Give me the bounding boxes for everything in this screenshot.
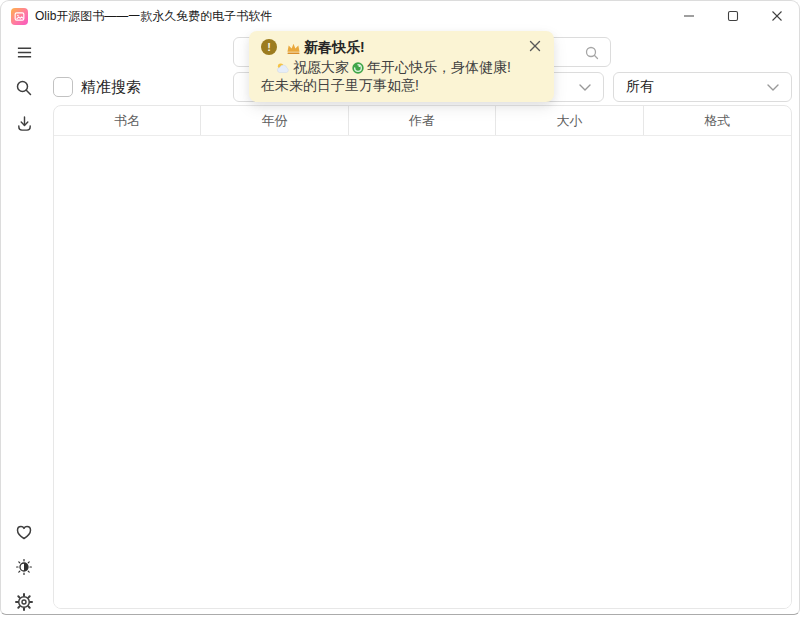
toast-line1-text2: 年开心快乐，身体健康! [367,58,511,76]
toast-message: 祝愿大家 年开心快乐，身体健康! 在未来的日子里万事如意! [261,58,542,94]
app-icon [11,8,28,25]
column-header-title: 书名 [54,106,201,135]
format-select[interactable]: 所有 [613,72,792,102]
app-logo-glyph [13,10,26,23]
new-year-toast: ! 新春快乐! 祝愿 [249,31,554,102]
format-select-value: 所有 [626,78,654,96]
chevron-down-icon [579,84,591,91]
sidebar-theme-toggle-button[interactable] [13,556,35,578]
minimize-icon [683,10,695,22]
titlebar: Olib开源图书——一款永久免费的电子书软件 [1,1,799,31]
precise-search-label: 精准搜索 [81,77,141,97]
toast-title: 新春快乐! [304,38,365,56]
maximize-button[interactable] [711,1,755,31]
dragon-emoji-icon [351,61,365,75]
column-header-year: 年份 [201,106,348,135]
column-header-format: 格式 [644,106,791,135]
window-title: Olib开源图书——一款永久免费的电子书软件 [35,8,272,25]
table-header-row: 书名 年份 作者 大小 格式 [54,106,791,136]
minimize-button[interactable] [667,1,711,31]
window-controls [667,1,799,31]
search-icon [584,45,600,61]
sidebar-download-button[interactable] [13,112,35,134]
menu-icon [16,44,33,61]
toast-line1-text1: 祝愿大家 [293,58,349,76]
close-icon [771,10,783,22]
sidebar-favorites-button[interactable] [13,521,35,543]
sidebar-menu-button[interactable] [13,41,35,63]
search-submit[interactable] [584,45,600,61]
gear-icon [15,593,33,611]
sidebar-settings-button[interactable] [13,591,35,613]
maximize-icon [727,10,739,22]
toast-message-line1: 祝愿大家 年开心快乐，身体健康! [261,58,542,76]
column-header-author: 作者 [349,106,496,135]
sidebar-search-button[interactable] [13,77,35,99]
close-icon [529,40,541,52]
search-icon [15,79,33,97]
brightness-icon [15,558,33,576]
crown-emoji-icon [286,42,301,55]
book-table: 书名 年份 作者 大小 格式 [53,105,792,609]
toast-close-button[interactable] [528,39,542,53]
table-body-empty [54,136,791,609]
toast-message-line2: 在未来的日子里万事如意! [261,76,542,94]
main-area: 精准搜索 所有 书名 年份 作者 大小 格式 ! [1,31,799,615]
precise-search-checkbox[interactable] [53,77,73,97]
close-button[interactable] [755,1,799,31]
download-icon [16,115,33,132]
chevron-down-icon [767,84,779,91]
app-window: Olib开源图书——一款永久免费的电子书软件 [0,0,800,615]
warning-icon: ! [261,39,277,55]
toast-title-row: 新春快乐! [286,38,365,56]
heart-icon [15,523,33,541]
cloud-emoji-icon [276,62,291,74]
column-header-size: 大小 [496,106,643,135]
